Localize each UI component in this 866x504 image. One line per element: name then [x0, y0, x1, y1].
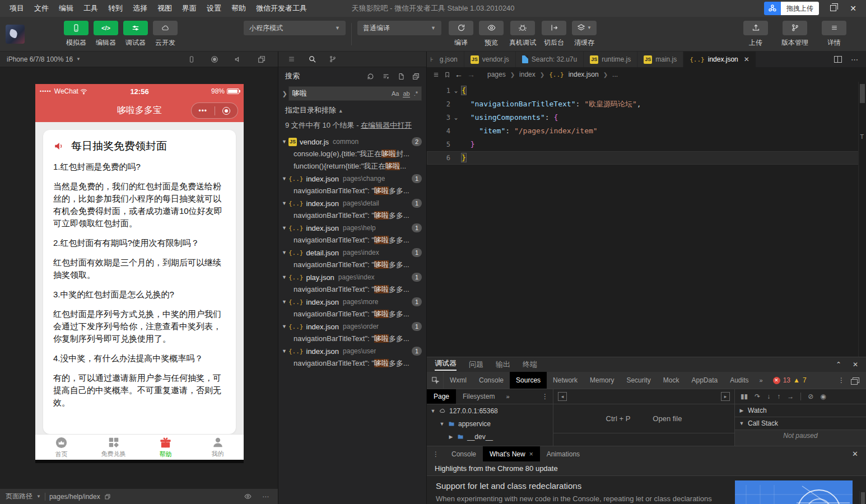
tab-problems[interactable]: 问题 — [469, 360, 483, 370]
chevron-down-icon[interactable]: ▼ — [282, 200, 288, 206]
result-file-row[interactable]: ▼ JS vendor.js common 2 — [278, 136, 426, 148]
tab-g-json[interactable]: ⊦ g.json — [427, 52, 464, 67]
result-match-row[interactable]: navigationBarTitleText": "哆啦多多... — [278, 283, 426, 296]
new-file-icon[interactable] — [398, 73, 404, 80]
result-match-row[interactable]: navigationBarTitleText": "哆啦多多... — [278, 185, 426, 197]
tab-terminal[interactable]: 终端 — [523, 360, 537, 370]
deactivate-breakpoints-icon[interactable]: ⊘ — [808, 393, 813, 400]
result-match-row[interactable]: navigationBarTitleText": "哆啦多多... — [278, 308, 426, 320]
chevron-down-icon[interactable]: ▼ — [282, 139, 288, 144]
upload-button[interactable]: 上传 — [743, 21, 768, 48]
breadcrumb-pages[interactable]: pages — [487, 71, 506, 78]
menu-edit[interactable]: 编辑 — [54, 0, 78, 17]
menu-select[interactable]: 选择 — [128, 0, 152, 17]
menu-devtools[interactable]: 微信开发者工具 — [251, 0, 312, 17]
devtools-tab-mock[interactable]: Mock — [657, 372, 686, 389]
search-icon[interactable] — [308, 55, 316, 63]
more-dots-icon[interactable]: ••• — [192, 107, 215, 115]
clear-cache-button[interactable]: ▼ 清缓存 — [572, 21, 597, 48]
restore-window-button[interactable] — [827, 4, 839, 13]
tab-debugger[interactable]: 调试器 — [435, 358, 457, 371]
compile-mode-dropdown[interactable]: 普通编译 ▼ — [357, 21, 441, 35]
menu-settings[interactable]: 设置 — [202, 0, 226, 17]
fold-icon[interactable]: ⌄ — [450, 84, 462, 97]
devtools-tab-wxml[interactable]: Wxml — [444, 372, 473, 389]
result-match-row[interactable]: function(){return{title:"我正在哆啦... — [278, 160, 426, 172]
drawer-scrollbar[interactable] — [859, 491, 866, 504]
exit-circle-icon[interactable] — [215, 107, 238, 115]
source-control-icon[interactable] — [329, 55, 337, 63]
tab-main-js[interactable]: JS main.js — [637, 52, 683, 67]
undock-icon[interactable] — [853, 377, 859, 383]
back-arrow-icon[interactable]: ← — [455, 70, 463, 79]
chevron-down-icon[interactable]: ▼ — [282, 250, 288, 255]
mute-icon[interactable] — [234, 55, 242, 63]
whole-word-icon[interactable]: ab — [403, 90, 409, 97]
capsule-menu[interactable]: ••• — [191, 102, 238, 119]
menu-goto[interactable]: 转到 — [103, 0, 128, 17]
breadcrumb-more[interactable]: ... — [612, 71, 618, 78]
menu-help[interactable]: 帮助 — [226, 0, 251, 17]
split-editor-icon[interactable] — [834, 56, 842, 63]
mode-dropdown[interactable]: 小程序模式 ▼ — [244, 21, 346, 35]
editor-toggle-button[interactable]: </> 编辑器 — [94, 21, 118, 48]
bookmark-icon[interactable] — [444, 71, 450, 78]
drag-upload-button[interactable]: 拖拽上传 — [764, 2, 819, 15]
drawer-tab-console[interactable]: Console — [445, 446, 483, 461]
callstack-section[interactable]: ▼ Call Stack — [735, 417, 866, 430]
more-tabs-icon[interactable]: » — [501, 393, 514, 400]
drawer-menu-icon[interactable]: ⋮ — [427, 450, 445, 458]
devtools-tab-memory[interactable]: Memory — [584, 372, 620, 389]
record-icon[interactable] — [211, 55, 218, 63]
result-file-row[interactable]: ▼ {..} index.json pages\change 1 — [278, 172, 426, 185]
chevron-down-icon[interactable]: ▼ — [282, 324, 288, 329]
list-icon[interactable] — [432, 72, 440, 78]
explorer-icon[interactable] — [287, 55, 296, 63]
result-file-row[interactable]: ▼ {..} detail.json pages\index 1 — [278, 246, 426, 259]
result-file-row[interactable]: ▼ {..} index.json pages\order 1 — [278, 320, 426, 333]
rotate-device-icon[interactable] — [188, 55, 195, 63]
collapse-all-icon[interactable] — [412, 73, 420, 80]
match-case-icon[interactable]: Aa — [392, 90, 399, 97]
result-file-row[interactable]: ▼ {..} play.json pages\index 1 — [278, 271, 426, 283]
result-file-row[interactable]: ▼ {..} index.json pages\more 1 — [278, 296, 426, 308]
regex-icon[interactable]: .* — [414, 90, 418, 97]
remote-debug-button[interactable]: 真机调试 — [509, 21, 536, 48]
result-file-row[interactable]: ▼ {..} index.json pages\help 1 — [278, 222, 426, 234]
result-match-row[interactable]: navigationBarTitleText": "哆啦多多... — [278, 333, 426, 345]
details-button[interactable]: 详情 — [822, 21, 846, 48]
close-tab-icon[interactable]: ✕ — [744, 55, 749, 63]
tab-index-json[interactable]: {..} index.json ✕ — [683, 52, 756, 67]
result-match-row[interactable]: navigationBarTitleText": "哆啦多多... — [278, 259, 426, 271]
open-file-label[interactable]: Open file — [653, 414, 682, 423]
open-in-editor-link[interactable]: 在编辑器中打开 — [361, 121, 412, 129]
eye-icon[interactable] — [244, 493, 252, 500]
compile-button[interactable]: 编译 — [449, 21, 473, 48]
chevron-down-icon[interactable]: ▼ — [282, 225, 288, 231]
simulator-toggle-button[interactable]: 模拟器 — [64, 21, 89, 48]
refresh-icon[interactable] — [367, 73, 374, 80]
tree-folder-row[interactable]: ▶ __dev__ — [427, 430, 553, 443]
collapse-panel-icon[interactable]: ⌃ — [836, 361, 841, 368]
editor-scrollbar[interactable] — [858, 82, 866, 357]
sources-tab-filesystem[interactable]: Filesystem — [456, 389, 501, 404]
forward-arrow-icon[interactable]: → — [467, 70, 475, 79]
console-badges[interactable]: ✕ 13 ▲ 7 — [773, 376, 807, 384]
device-selector[interactable]: iPhone 6/7/8 100% 16 — [7, 55, 73, 63]
tab-output[interactable]: 输出 — [496, 360, 510, 370]
chevron-down-icon[interactable]: ▼ — [282, 299, 288, 305]
tab-redeem[interactable]: 免费兑换 — [87, 435, 139, 460]
result-file-row[interactable]: ▼ {..} index.json pages\user 1 — [278, 345, 426, 357]
chevron-down-icon[interactable]: ▼ — [76, 57, 81, 62]
search-input[interactable]: 哆啦 Aa ab .* — [288, 86, 422, 101]
tab-vendor-js[interactable]: JS vendor.js — [464, 52, 516, 67]
multi-window-icon[interactable] — [258, 55, 266, 63]
result-file-row[interactable]: ▼ {..} index.json pages\detail 1 — [278, 197, 426, 209]
close-window-button[interactable]: ✕ — [847, 4, 859, 13]
result-match-row[interactable]: navigationBarTitleText": "哆啦多多... — [278, 234, 426, 246]
user-avatar[interactable] — [6, 25, 25, 44]
sources-tab-page[interactable]: Page — [427, 389, 456, 404]
tree-menu-icon[interactable]: ⋮ — [542, 393, 553, 400]
debugger-toggle-button[interactable]: 调试器 — [123, 21, 148, 48]
page-path-label[interactable]: 页面路径 — [6, 492, 32, 501]
